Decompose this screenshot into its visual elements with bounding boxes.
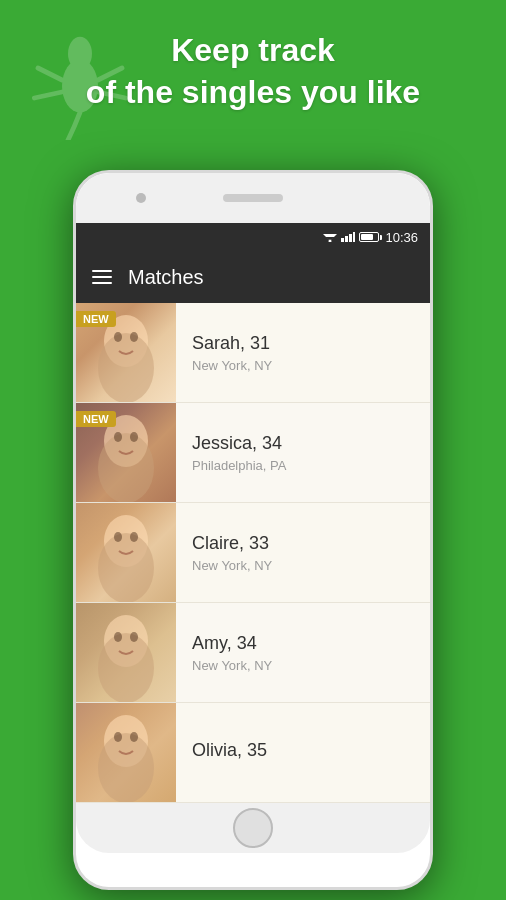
status-time: 10:36 [385,230,418,245]
match-location: New York, NY [192,558,414,573]
svg-point-25 [114,632,122,642]
match-info: Olivia, 35 [176,740,430,765]
svg-point-12 [98,333,154,403]
match-list-item[interactable]: NewJessica, 34Philadelphia, PA [76,403,430,503]
svg-point-30 [130,732,138,742]
svg-point-17 [114,432,122,442]
match-info: Claire, 33New York, NY [176,533,430,573]
header-line1: Keep track [40,30,466,72]
battery-icon [359,232,379,242]
match-name: Amy, 34 [192,633,414,654]
svg-point-26 [130,632,138,642]
match-name: Jessica, 34 [192,433,414,454]
new-badge: New [76,311,116,327]
wifi-icon [323,232,337,242]
svg-point-18 [130,432,138,442]
svg-point-14 [130,332,138,342]
app-toolbar: Matches [76,251,430,303]
header-line2: of the singles you like [40,72,466,114]
match-location: New York, NY [192,658,414,673]
match-list-item[interactable]: Claire, 33New York, NY [76,503,430,603]
home-button[interactable] [233,808,273,848]
phone-screen: 10:36 Matches NewSarah, 31New York, NY [76,173,430,887]
signal-icon [341,232,355,242]
match-list-item[interactable]: Amy, 34New York, NY [76,603,430,703]
phone-camera [136,193,146,203]
svg-point-24 [98,633,154,703]
toolbar-title: Matches [128,266,204,289]
svg-point-29 [114,732,122,742]
svg-point-22 [130,532,138,542]
svg-point-16 [98,433,154,503]
match-avatar [76,503,176,603]
match-name: Claire, 33 [192,533,414,554]
hamburger-menu-button[interactable] [92,270,112,284]
match-avatar [76,603,176,703]
status-icons [323,232,379,242]
match-list: NewSarah, 31New York, NY NewJessica, 34P… [76,303,430,803]
match-avatar: New [76,303,176,403]
svg-point-21 [114,532,122,542]
phone-speaker [223,194,283,202]
match-avatar [76,703,176,803]
new-badge: New [76,411,116,427]
phone-top-bar [76,173,430,223]
phone-bottom-bar [76,803,430,853]
match-location: Philadelphia, PA [192,458,414,473]
svg-point-13 [114,332,122,342]
match-info: Jessica, 34Philadelphia, PA [176,433,430,473]
match-info: Amy, 34New York, NY [176,633,430,673]
match-avatar: New [76,403,176,503]
status-bar: 10:36 [76,223,430,251]
svg-point-20 [98,533,154,603]
match-list-item[interactable]: Olivia, 35 [76,703,430,803]
match-list-item[interactable]: NewSarah, 31New York, NY [76,303,430,403]
header-text: Keep track of the singles you like [0,30,506,113]
match-location: New York, NY [192,358,414,373]
match-name: Olivia, 35 [192,740,414,761]
phone-device: 10:36 Matches NewSarah, 31New York, NY [73,170,433,890]
svg-point-28 [98,733,154,803]
match-name: Sarah, 31 [192,333,414,354]
match-info: Sarah, 31New York, NY [176,333,430,373]
